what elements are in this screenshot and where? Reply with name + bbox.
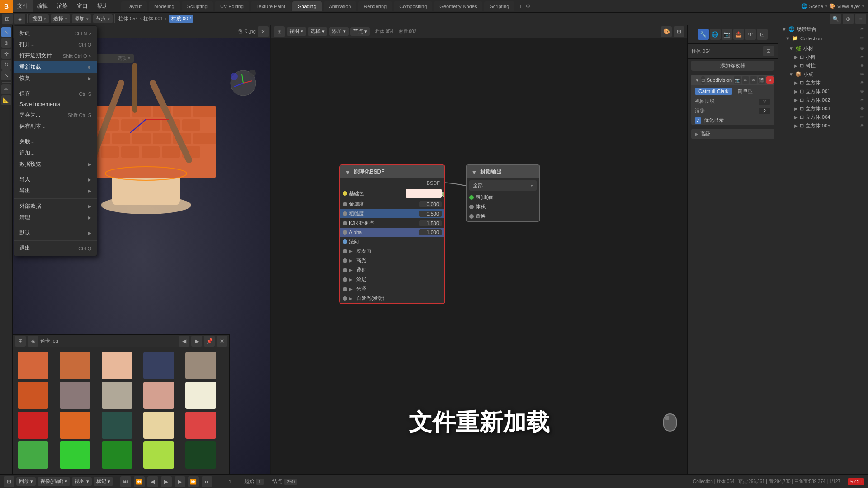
- tab-texture-paint[interactable]: Texture Paint: [251, 1, 291, 11]
- view-options-dropdown[interactable]: 视像(插帧) ▾: [38, 477, 70, 486]
- tree-item-6[interactable]: ▶ ⊡ 立方体.002 👁: [778, 96, 868, 104]
- menu-new[interactable]: 新建 Ctrl N >: [14, 28, 97, 39]
- jump-start-btn[interactable]: ⏮: [120, 476, 131, 487]
- color-swatch-11[interactable]: [60, 412, 90, 439]
- eye-icon-scene[interactable]: 👁: [860, 27, 864, 32]
- menu-recent[interactable]: 打开近期文件 Shift Ctrl O >: [14, 50, 97, 61]
- menu-clean[interactable]: 清理 ▶: [14, 212, 97, 223]
- add-dropdown[interactable]: 添加▾: [72, 14, 91, 23]
- node-menu-dropdown[interactable]: 节点 ▾: [350, 27, 370, 36]
- close-palette-btn[interactable]: ✕: [258, 26, 269, 37]
- eye-8[interactable]: 👁: [860, 115, 864, 120]
- prop-tab-scene[interactable]: 🌐: [710, 29, 721, 40]
- mat-output-dropdown[interactable]: 全部 ▾: [469, 180, 537, 191]
- play-btn[interactable]: ▶: [161, 476, 172, 487]
- playback-type-btn[interactable]: ⊞: [4, 476, 14, 487]
- menu-save-copy[interactable]: 保存副本...: [14, 121, 97, 132]
- tree-item-0[interactable]: ▼ 🌿 小树 👁: [778, 44, 868, 53]
- tab-compositing[interactable]: Compositing: [394, 1, 432, 11]
- color-swatch-17[interactable]: [102, 441, 132, 469]
- palette-view-btn[interactable]: ◈: [28, 336, 38, 347]
- prev-frame-btn[interactable]: ⏪: [134, 476, 145, 487]
- color-swatch-18[interactable]: [143, 441, 174, 469]
- playback-dropdown[interactable]: 回放 ▾: [16, 477, 36, 486]
- mat-output-node[interactable]: ▼ 材质输出 全部 ▾ 表(曲)面 体积 置换: [466, 164, 540, 222]
- mat-collapse-icon[interactable]: ▼: [471, 169, 477, 176]
- color-swatch-13[interactable]: [143, 412, 174, 439]
- node-grid-btn[interactable]: ⊞: [674, 26, 684, 37]
- scale-tool[interactable]: ⤡: [1, 70, 11, 80]
- node-material-btn[interactable]: 🎨: [661, 26, 672, 37]
- tab-geometry-nodes[interactable]: Geometry Nodes: [434, 1, 482, 11]
- eye-7[interactable]: 👁: [860, 106, 864, 111]
- optimize-checkbox[interactable]: ✓: [695, 117, 701, 124]
- alpha-value[interactable]: 1.000: [419, 229, 442, 235]
- add-workspace-btn[interactable]: +: [519, 3, 522, 9]
- menu-external-data[interactable]: 外部数据 ▶: [14, 201, 97, 212]
- node-view-dropdown[interactable]: 视图 ▾: [287, 27, 306, 36]
- color-swatch-3[interactable]: [143, 352, 174, 379]
- color-swatch-0[interactable]: [18, 352, 48, 379]
- bsdf-subsurface-row[interactable]: ▶ 次表面: [340, 246, 444, 256]
- tree-item-9[interactable]: ▶ ⊡ 立方体.005 👁: [778, 122, 868, 130]
- tree-item-8[interactable]: ▶ ⊡ 立方体.004 👁: [778, 113, 868, 122]
- tree-item-7[interactable]: ▶ ⊡ 立方体.003 👁: [778, 104, 868, 113]
- color-swatch-19[interactable]: [185, 441, 216, 469]
- color-swatch-4[interactable]: [185, 352, 216, 379]
- color-swatch-14[interactable]: [185, 412, 216, 439]
- roughness-value[interactable]: 0.500: [419, 211, 442, 217]
- object-dropdown[interactable]: 节点▾: [93, 14, 113, 23]
- menu-help[interactable]: 帮助: [92, 0, 112, 12]
- color-swatch-8[interactable]: [143, 382, 174, 409]
- bsdf-collapse-icon[interactable]: ▼: [344, 169, 351, 176]
- menu-import[interactable]: 导入 ▶: [14, 174, 97, 185]
- color-swatch-6[interactable]: [60, 382, 90, 409]
- eye-5[interactable]: 👁: [860, 89, 864, 94]
- viewport-mode-dropdown[interactable]: 视图▾: [29, 14, 49, 23]
- move-tool[interactable]: ✛: [1, 49, 11, 59]
- node-select-dropdown[interactable]: 选择 ▾: [308, 27, 327, 36]
- tree-item-5[interactable]: ▶ ⊡ 立方体.001 👁: [778, 87, 868, 96]
- modifier-eye-btn[interactable]: 👁: [750, 76, 757, 84]
- color-swatch-1[interactable]: [60, 352, 90, 379]
- color-swatch-9[interactable]: [185, 382, 216, 409]
- menu-append[interactable]: 追加...: [14, 147, 97, 159]
- palette-nav-btn2[interactable]: ▶: [191, 336, 202, 347]
- tab-layout[interactable]: Layout: [121, 1, 147, 11]
- prop-btn-3[interactable]: ≡: [855, 14, 866, 24]
- palette-type-btn[interactable]: ⊞: [15, 336, 26, 347]
- menu-data-preview[interactable]: 数据预览 ▶: [14, 159, 97, 170]
- prop-btn-2[interactable]: ⊕: [843, 14, 854, 24]
- add-modifier-btn[interactable]: 添加修改器: [691, 61, 774, 71]
- tab-uv-editing[interactable]: UV Editing: [215, 1, 249, 11]
- prop-tab-view[interactable]: 👁: [745, 29, 756, 40]
- current-frame[interactable]: 1: [229, 479, 231, 484]
- modifier-render-btn[interactable]: 🎬: [758, 76, 765, 84]
- ior-value[interactable]: 1.500: [419, 220, 442, 226]
- prop-tab-object[interactable]: ⊡: [757, 29, 768, 40]
- modifier-collapse[interactable]: ▼: [695, 78, 699, 83]
- prop-active-tab[interactable]: 🔧: [698, 29, 709, 40]
- eye-2[interactable]: 👁: [860, 63, 864, 68]
- metallic-value[interactable]: 0.000: [419, 201, 442, 207]
- menu-recover[interactable]: 恢复 ▶: [14, 73, 97, 84]
- markers-dropdown[interactable]: 标记 ▾: [94, 477, 113, 486]
- color-swatch-5[interactable]: [18, 382, 48, 409]
- node-type-btn[interactable]: ⊞: [274, 26, 285, 37]
- menu-quit[interactable]: 退出 Ctrl Q: [14, 243, 97, 254]
- color-swatch-16[interactable]: [60, 441, 90, 469]
- tab-shading[interactable]: Shading: [292, 1, 321, 11]
- bsdf-transmission-row[interactable]: ▶ 透射: [340, 265, 444, 275]
- cursor-tool[interactable]: ⊕: [1, 38, 11, 48]
- tree-item-2[interactable]: ▶ ⊡ 树柱 👁: [778, 61, 868, 70]
- palette-nav-btn1[interactable]: ◀: [179, 336, 189, 347]
- menu-save[interactable]: 保存 Ctrl S: [14, 88, 97, 99]
- menu-window[interactable]: 窗口: [72, 0, 92, 12]
- advanced-section[interactable]: ▶ 高级: [691, 129, 774, 139]
- start-frame-value[interactable]: 1: [256, 479, 264, 485]
- menu-defaults[interactable]: 默认 ▶: [14, 227, 97, 239]
- bsdf-coat-row[interactable]: ▶ 涂层: [340, 275, 444, 284]
- tab-modeling[interactable]: Modeling: [149, 1, 180, 11]
- viewport-levels-value[interactable]: 2: [759, 99, 770, 105]
- eye-6[interactable]: 👁: [860, 98, 864, 103]
